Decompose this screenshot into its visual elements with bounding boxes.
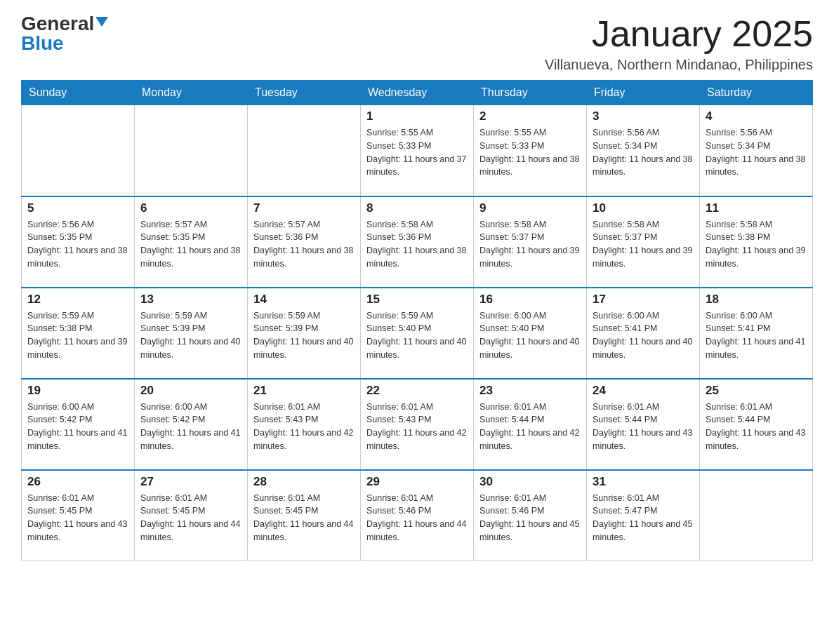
- day-number: 8: [366, 201, 468, 215]
- day-number: 26: [27, 475, 128, 489]
- calendar-cell: 21Sunrise: 6:01 AMSunset: 5:43 PMDayligh…: [248, 379, 361, 470]
- day-info: Sunrise: 5:56 AMSunset: 5:34 PMDaylight:…: [593, 126, 694, 179]
- logo: General Blue: [21, 14, 108, 53]
- day-number: 22: [366, 384, 468, 398]
- calendar-cell: 20Sunrise: 6:00 AMSunset: 5:42 PMDayligh…: [135, 379, 248, 470]
- calendar-cell: 31Sunrise: 6:01 AMSunset: 5:47 PMDayligh…: [587, 470, 700, 561]
- day-number: 7: [253, 201, 355, 215]
- day-info: Sunrise: 6:00 AMSunset: 5:40 PMDaylight:…: [479, 309, 581, 362]
- day-number: 11: [706, 201, 807, 215]
- day-info: Sunrise: 6:01 AMSunset: 5:44 PMDaylight:…: [706, 401, 807, 453]
- day-number: 27: [140, 475, 241, 489]
- day-number: 3: [593, 109, 694, 123]
- day-number: 24: [593, 384, 694, 398]
- col-thursday: Thursday: [474, 81, 587, 105]
- calendar-header-row: Sunday Monday Tuesday Wednesday Thursday…: [22, 81, 813, 105]
- day-number: 28: [253, 475, 355, 489]
- calendar-cell: 7Sunrise: 5:57 AMSunset: 5:36 PMDaylight…: [248, 196, 361, 288]
- day-info: Sunrise: 6:01 AMSunset: 5:45 PMDaylight:…: [140, 492, 241, 544]
- calendar-cell: 9Sunrise: 5:58 AMSunset: 5:37 PMDaylight…: [474, 196, 587, 288]
- day-number: 12: [27, 293, 128, 307]
- calendar-cell: 10Sunrise: 5:58 AMSunset: 5:37 PMDayligh…: [587, 196, 700, 288]
- calendar-cell: 28Sunrise: 6:01 AMSunset: 5:45 PMDayligh…: [248, 470, 361, 561]
- day-number: 14: [253, 293, 355, 307]
- logo-general-text: General: [21, 14, 94, 34]
- calendar-cell: 16Sunrise: 6:00 AMSunset: 5:40 PMDayligh…: [474, 288, 587, 379]
- day-info: Sunrise: 5:58 AMSunset: 5:37 PMDaylight:…: [593, 218, 694, 271]
- day-info: Sunrise: 6:00 AMSunset: 5:42 PMDaylight:…: [27, 401, 128, 453]
- calendar-cell: 5Sunrise: 5:56 AMSunset: 5:35 PMDaylight…: [22, 196, 135, 288]
- day-info: Sunrise: 5:59 AMSunset: 5:39 PMDaylight:…: [253, 309, 355, 362]
- day-info: Sunrise: 5:59 AMSunset: 5:40 PMDaylight:…: [366, 309, 468, 362]
- day-number: 25: [706, 384, 807, 398]
- calendar-cell: 11Sunrise: 5:58 AMSunset: 5:38 PMDayligh…: [700, 196, 813, 288]
- day-info: Sunrise: 5:56 AMSunset: 5:34 PMDaylight:…: [706, 126, 807, 179]
- calendar-cell: 22Sunrise: 6:01 AMSunset: 5:43 PMDayligh…: [361, 379, 474, 470]
- calendar-table: Sunday Monday Tuesday Wednesday Thursday…: [21, 80, 813, 561]
- col-saturday: Saturday: [700, 81, 813, 105]
- col-monday: Monday: [135, 81, 248, 105]
- calendar-week-2: 5Sunrise: 5:56 AMSunset: 5:35 PMDaylight…: [22, 196, 813, 288]
- day-info: Sunrise: 5:59 AMSunset: 5:39 PMDaylight:…: [140, 309, 241, 362]
- day-info: Sunrise: 6:01 AMSunset: 5:43 PMDaylight:…: [253, 401, 355, 453]
- day-number: 4: [706, 109, 807, 123]
- calendar-week-4: 19Sunrise: 6:00 AMSunset: 5:42 PMDayligh…: [22, 379, 813, 470]
- calendar-cell: 18Sunrise: 6:00 AMSunset: 5:41 PMDayligh…: [700, 288, 813, 379]
- day-number: 6: [140, 201, 241, 215]
- calendar-week-3: 12Sunrise: 5:59 AMSunset: 5:38 PMDayligh…: [22, 288, 813, 379]
- day-info: Sunrise: 5:55 AMSunset: 5:33 PMDaylight:…: [366, 126, 468, 179]
- month-title: January 2025: [545, 14, 813, 54]
- col-tuesday: Tuesday: [248, 81, 361, 105]
- day-number: 20: [140, 384, 241, 398]
- calendar-cell: 15Sunrise: 5:59 AMSunset: 5:40 PMDayligh…: [361, 288, 474, 379]
- col-friday: Friday: [587, 81, 700, 105]
- day-info: Sunrise: 6:01 AMSunset: 5:46 PMDaylight:…: [366, 492, 468, 544]
- day-info: Sunrise: 5:58 AMSunset: 5:36 PMDaylight:…: [366, 218, 468, 271]
- day-info: Sunrise: 6:00 AMSunset: 5:41 PMDaylight:…: [706, 309, 807, 362]
- calendar-cell: 6Sunrise: 5:57 AMSunset: 5:35 PMDaylight…: [135, 196, 248, 288]
- calendar-cell: 19Sunrise: 6:00 AMSunset: 5:42 PMDayligh…: [22, 379, 135, 470]
- calendar-cell: [700, 470, 813, 561]
- day-number: 16: [479, 293, 581, 307]
- col-wednesday: Wednesday: [361, 81, 474, 105]
- day-number: 10: [593, 201, 694, 215]
- day-info: Sunrise: 6:01 AMSunset: 5:45 PMDaylight:…: [27, 492, 128, 544]
- calendar-week-5: 26Sunrise: 6:01 AMSunset: 5:45 PMDayligh…: [22, 470, 813, 561]
- day-number: 30: [479, 475, 581, 489]
- day-number: 2: [479, 109, 581, 123]
- day-info: Sunrise: 6:00 AMSunset: 5:42 PMDaylight:…: [140, 401, 241, 453]
- day-info: Sunrise: 5:55 AMSunset: 5:33 PMDaylight:…: [479, 126, 581, 179]
- day-number: 19: [27, 384, 128, 398]
- col-sunday: Sunday: [22, 81, 135, 105]
- calendar-cell: 1Sunrise: 5:55 AMSunset: 5:33 PMDaylight…: [361, 105, 474, 196]
- day-number: 29: [366, 475, 468, 489]
- day-number: 18: [706, 293, 807, 307]
- calendar-cell: 24Sunrise: 6:01 AMSunset: 5:44 PMDayligh…: [587, 379, 700, 470]
- day-info: Sunrise: 5:58 AMSunset: 5:38 PMDaylight:…: [706, 218, 807, 271]
- day-number: 31: [593, 475, 694, 489]
- day-number: 1: [366, 109, 468, 123]
- calendar-cell: 13Sunrise: 5:59 AMSunset: 5:39 PMDayligh…: [135, 288, 248, 379]
- day-number: 5: [27, 201, 128, 215]
- day-number: 15: [366, 293, 468, 307]
- calendar-cell: 29Sunrise: 6:01 AMSunset: 5:46 PMDayligh…: [361, 470, 474, 561]
- day-info: Sunrise: 5:56 AMSunset: 5:35 PMDaylight:…: [27, 218, 128, 271]
- day-number: 13: [140, 293, 241, 307]
- calendar-week-1: 1Sunrise: 5:55 AMSunset: 5:33 PMDaylight…: [22, 105, 813, 196]
- calendar-cell: 4Sunrise: 5:56 AMSunset: 5:34 PMDaylight…: [700, 105, 813, 196]
- day-info: Sunrise: 5:57 AMSunset: 5:36 PMDaylight:…: [253, 218, 355, 271]
- day-info: Sunrise: 6:01 AMSunset: 5:46 PMDaylight:…: [479, 492, 581, 544]
- day-info: Sunrise: 6:01 AMSunset: 5:45 PMDaylight:…: [253, 492, 355, 544]
- calendar-cell: 26Sunrise: 6:01 AMSunset: 5:45 PMDayligh…: [22, 470, 135, 561]
- day-number: 17: [593, 293, 694, 307]
- title-area: January 2025 Villanueva, Northern Mindan…: [545, 14, 813, 73]
- calendar-cell: 12Sunrise: 5:59 AMSunset: 5:38 PMDayligh…: [22, 288, 135, 379]
- calendar-cell: 14Sunrise: 5:59 AMSunset: 5:39 PMDayligh…: [248, 288, 361, 379]
- day-number: 21: [253, 384, 355, 398]
- calendar-cell: 2Sunrise: 5:55 AMSunset: 5:33 PMDaylight…: [474, 105, 587, 196]
- logo-blue-text: Blue: [21, 32, 64, 54]
- day-number: 23: [479, 384, 581, 398]
- location-title: Villanueva, Northern Mindanao, Philippin…: [545, 57, 813, 73]
- day-info: Sunrise: 6:01 AMSunset: 5:44 PMDaylight:…: [593, 401, 694, 453]
- calendar-cell: 23Sunrise: 6:01 AMSunset: 5:44 PMDayligh…: [474, 379, 587, 470]
